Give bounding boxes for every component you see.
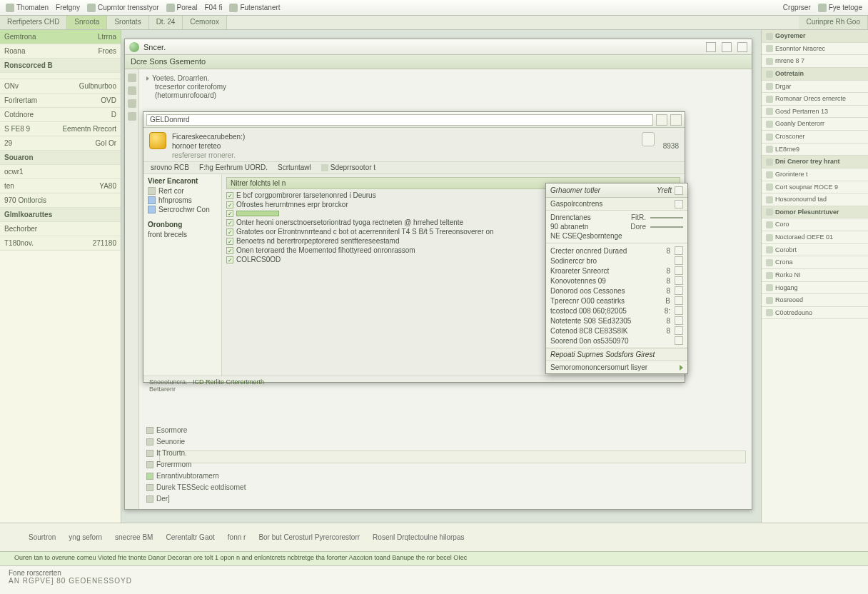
scrollbar-track[interactable] [159, 450, 746, 463]
nav-icon[interactable] [128, 99, 136, 108]
tree-item[interactable]: Enrantivubtoramern [146, 470, 246, 482]
checkbox-icon[interactable] [226, 201, 233, 208]
bg-right-row[interactable]: Corobrt [762, 244, 868, 257]
menu-item[interactable]: Sdeprrsootor t [321, 163, 375, 172]
bg-right-row[interactable]: Ootretain [762, 68, 868, 81]
bg-right-row[interactable]: Dni Cneror trey hrant [762, 156, 868, 168]
bg-left-row[interactable]: S FE8 9Eementn Rrecort [0, 122, 121, 136]
person-icon[interactable] [675, 186, 683, 195]
bg-left-row[interactable]: T180nov.271180 [0, 236, 121, 251]
tree-item[interactable]: It Trourtn. [146, 448, 246, 459]
panel-titlebar[interactable]: Grhaomer totler Yreft [546, 183, 687, 198]
bg-right-row[interactable]: Romonar Orecs ernercte [762, 93, 868, 106]
menu-item[interactable]: F:hg Eerhrum UORD. [199, 163, 268, 172]
toggle-icon[interactable] [675, 296, 683, 305]
dropdown-button[interactable] [670, 114, 682, 126]
bg-right-row[interactable]: Cort soupnar ROCE 9 [762, 181, 868, 194]
property-row[interactable]: Konovotennes 098 [546, 276, 687, 286]
bg-tab[interactable]: Srontats [107, 16, 148, 29]
property-row[interactable]: DnrenctanesFitR. [546, 213, 687, 222]
bg-left-row[interactable] [0, 73, 121, 79]
bg-tab-right[interactable]: Curinpre Rh Goo [799, 16, 868, 29]
bg-right-row[interactable]: Crosconer [762, 131, 868, 144]
toggle-icon[interactable] [675, 286, 683, 295]
side-item[interactable]: hfnprosms [148, 196, 217, 204]
close-button[interactable] [737, 42, 747, 52]
bottom-bar-item[interactable]: Sourtron [29, 533, 56, 541]
bg-right-row[interactable]: C0otredouno [762, 307, 868, 320]
checkbox-icon[interactable] [226, 256, 233, 263]
minimize-button[interactable] [706, 42, 716, 52]
bg-right-row[interactable]: Goyremer [762, 30, 868, 43]
checkbox-icon[interactable] [146, 473, 153, 480]
checkbox-icon[interactable] [226, 247, 233, 254]
side-item[interactable]: Rert cor [148, 187, 217, 195]
property-row[interactable]: Soorend 0on os5350970 [546, 336, 687, 346]
address-input[interactable]: GELDonmrd [146, 114, 653, 126]
bg-right-row[interactable]: Hosoronournd tad [762, 193, 868, 206]
checkbox-icon[interactable] [226, 210, 233, 217]
bg-left-row[interactable]: 970 Ontlorcis [0, 193, 121, 208]
bg-left-row[interactable]: tenYA80 [0, 179, 121, 193]
toggle-icon[interactable] [675, 316, 683, 325]
bg-right-row[interactable]: LE8rne9 [762, 144, 868, 156]
bottom-bar-item[interactable]: yng seforn [69, 533, 102, 541]
play-icon[interactable] [680, 365, 683, 371]
bg-left-row[interactable]: Souaron [0, 151, 121, 165]
toggle-icon[interactable] [675, 256, 683, 265]
bg-tab[interactable]: Snroota [67, 16, 107, 29]
tb-item[interactable]: Futenstanert [229, 4, 280, 12]
bg-tab[interactable]: Rerfipeters CHD [0, 16, 67, 29]
tree-item[interactable]: Der] [146, 493, 246, 505]
bg-right-row[interactable]: Noctoraed OEFE 01 [762, 231, 868, 244]
toggle-icon[interactable] [675, 336, 683, 345]
property-row[interactable]: Notetente S08 SEd323058 [546, 316, 687, 326]
tb-item[interactable]: F04 fi [204, 4, 222, 11]
window-titlebar[interactable]: Sncer. [125, 39, 752, 55]
side-item[interactable]: front brecels [148, 231, 217, 238]
tb-item[interactable]: Crgprser [783, 4, 811, 11]
checkbox-icon[interactable] [226, 238, 233, 245]
tb-item[interactable]: Fretgny [56, 4, 80, 11]
bg-tab[interactable]: Cemorox [183, 16, 227, 29]
toggle-icon[interactable] [675, 306, 683, 315]
bg-left-row[interactable]: Bechorber [0, 222, 121, 236]
property-row[interactable]: tcostocd 008 060;820058: [546, 306, 687, 316]
maximize-button[interactable] [722, 42, 732, 52]
bg-left-row[interactable]: RoanaFroes [0, 44, 121, 59]
toggle-icon[interactable] [675, 326, 683, 335]
property-row[interactable]: Sodinerccr bro [546, 256, 687, 266]
property-row[interactable]: Donorod oos Cessones8 [546, 286, 687, 296]
property-row[interactable]: Cotenod 8C8 CE83S8IK8 [546, 326, 687, 336]
bg-left-row[interactable]: ONvGulbnurboo [0, 79, 121, 94]
side-item[interactable]: Sercrochwr Con [148, 206, 217, 213]
bottom-bar-item[interactable]: Cerentaltr Gaot [166, 533, 214, 541]
bg-right-row[interactable]: Hogang [762, 282, 868, 295]
bg-left-row[interactable]: ForlrertamOVD [0, 94, 121, 108]
property-row[interactable]: Kroareter Snreorct8 [546, 266, 687, 276]
bg-right-row[interactable]: Grorintere t [762, 168, 868, 181]
checkbox-icon[interactable] [146, 484, 153, 491]
bg-left-row[interactable]: 29Gol Or [0, 136, 121, 151]
checkbox-icon[interactable] [226, 219, 233, 226]
tree-item[interactable]: Seunorie [146, 436, 246, 448]
property-row[interactable]: 90 abranetnDore [546, 222, 687, 231]
tree-expand-icon[interactable] [146, 76, 149, 81]
bg-left-row[interactable]: ocwr1 [0, 165, 121, 179]
menu-item[interactable]: Scrtuntawl [278, 163, 311, 172]
tb-item[interactable]: Poreal [166, 4, 198, 12]
bottom-bar-item[interactable]: Rosenl Drqtectoulne hilorpas [373, 533, 464, 541]
bg-right-row[interactable]: Esonntor Nracrec [762, 43, 868, 56]
checkbox-icon[interactable] [146, 427, 153, 434]
nav-icon[interactable] [128, 112, 136, 121]
bottom-bar-item[interactable]: fonn r [228, 533, 246, 541]
menu-item[interactable]: srovno RCB [151, 163, 189, 172]
checkbox-icon[interactable] [226, 192, 233, 199]
checkbox-icon[interactable] [146, 438, 153, 446]
property-row[interactable]: Crecter oncnred Duraed8 [546, 246, 687, 256]
bg-left-row[interactable]: Ronscorced B [0, 59, 121, 73]
bg-right-row[interactable]: Coro [762, 218, 868, 231]
bg-tab[interactable]: Dt. 24 [149, 16, 183, 29]
toggle-icon[interactable] [675, 246, 683, 255]
tree-item[interactable]: Esormore [146, 425, 246, 436]
